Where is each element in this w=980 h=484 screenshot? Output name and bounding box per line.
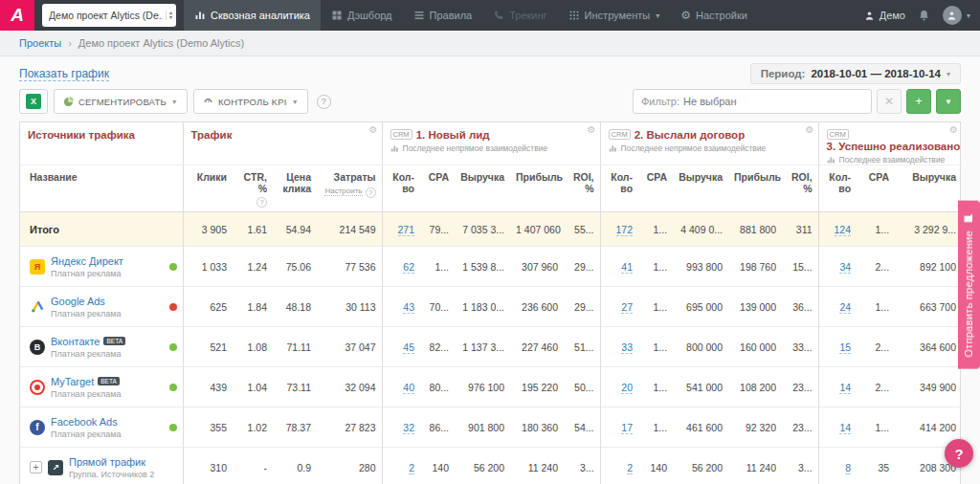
clear-filter-button[interactable]: ✕: [877, 89, 902, 114]
show-chart-link[interactable]: Показать график: [19, 67, 109, 81]
nav-tracking[interactable]: Трекинг: [482, 0, 557, 31]
metric-cell: 195 220: [510, 367, 564, 407]
metric-cell: 54...: [564, 407, 600, 448]
count-cell: 45: [382, 327, 420, 367]
col-crm1-roi[interactable]: ROI, %: [564, 165, 600, 212]
count-link[interactable]: 27: [621, 301, 633, 314]
segment-button[interactable]: СЕГМЕНТИРОВАТЬ ▼: [54, 89, 188, 114]
row-subtitle: Платная реклама: [51, 309, 122, 319]
col-crm2-cpa[interactable]: CPA: [638, 165, 673, 212]
breadcrumb: Проекты › Демо проект Alytics (Demo Alyt…: [0, 31, 980, 56]
count-link[interactable]: 2: [627, 462, 633, 474]
gear-icon[interactable]: ⚙: [588, 125, 596, 135]
col-crm1-cpa[interactable]: CPA: [420, 165, 455, 212]
metric-cell: 79...: [420, 212, 455, 247]
alytics-logo[interactable]: A: [0, 0, 34, 31]
count-cell: 124: [818, 212, 857, 247]
nav-settings[interactable]: ⚙ Настройки: [670, 0, 758, 31]
metric-cell: 1...: [638, 247, 673, 287]
col-crm2-roi[interactable]: ROI, %: [782, 165, 818, 212]
col-crm1-revenue[interactable]: Выручка: [455, 165, 510, 212]
google-ads-icon: [30, 299, 45, 315]
source-name-link[interactable]: Яндекс Директ: [51, 255, 123, 267]
filter-input[interactable]: Фильтр: Не выбран: [633, 89, 872, 114]
info-icon[interactable]: ?: [256, 197, 267, 208]
count-link[interactable]: 24: [839, 301, 851, 314]
col-crm3-cpa[interactable]: CPA: [857, 165, 895, 212]
metric-cell: 50...: [564, 367, 600, 407]
source-name-link[interactable]: Google Ads: [51, 296, 105, 307]
add-filter-button[interactable]: +: [906, 89, 931, 114]
info-icon[interactable]: ?: [366, 187, 376, 198]
nav-tools[interactable]: Инструменты ▾: [558, 0, 671, 31]
source-name-link[interactable]: Вконтакте: [51, 336, 100, 347]
row-subtitle: Группа. Источников 2: [69, 470, 154, 479]
col-crm1-profit[interactable]: Прибыль: [510, 165, 564, 212]
count-link[interactable]: 2: [409, 462, 414, 474]
gear-icon[interactable]: ⚙: [806, 125, 814, 135]
col-crm2-count[interactable]: Кол-во: [600, 165, 638, 212]
sources-group-header: Источники трафика: [20, 122, 183, 165]
count-link[interactable]: 33: [621, 341, 633, 354]
filter-menu-button[interactable]: ▼: [936, 89, 961, 114]
crm-badge: CRM: [609, 129, 631, 140]
gear-icon[interactable]: ⚙: [949, 125, 958, 135]
col-crm1-count[interactable]: Кол-во: [382, 165, 420, 212]
bell-icon[interactable]: [918, 10, 930, 22]
help-icon[interactable]: ?: [317, 95, 331, 109]
metric-cell: 15...: [782, 247, 818, 287]
nav-analytics[interactable]: Сквозная аналитика: [184, 0, 321, 31]
demo-mode-button[interactable]: Демо: [864, 10, 905, 21]
breadcrumb-projects-link[interactable]: Проекты: [19, 37, 61, 49]
count-cell: 62: [382, 247, 420, 287]
expand-row-button[interactable]: +: [30, 461, 42, 473]
count-link[interactable]: 45: [403, 341, 414, 354]
count-link[interactable]: 8: [845, 462, 851, 474]
count-link[interactable]: 15: [839, 341, 851, 354]
source-name-link[interactable]: Facebook Ads: [51, 416, 118, 428]
period-select[interactable]: Период: 2018-10-01 — 2018-10-14 ▾: [750, 63, 961, 84]
col-cpc[interactable]: Цена клика: [273, 165, 317, 212]
metric-cell: 70...: [420, 287, 455, 327]
user-menu[interactable]: ▾: [943, 6, 970, 25]
col-crm2-profit[interactable]: Прибыль: [728, 165, 782, 212]
grid-icon: [568, 10, 580, 21]
project-selector[interactable]: Демо проект Alytics (De... ▴▾: [42, 4, 176, 27]
segment-icon: [63, 97, 74, 107]
col-crm2-revenue[interactable]: Выручка: [673, 165, 728, 212]
nav-dashboard[interactable]: Дэшборд: [321, 0, 403, 31]
count-link[interactable]: 40: [403, 382, 414, 394]
col-crm3-count[interactable]: Кол-во: [818, 165, 857, 212]
nav-rules[interactable]: Правила: [403, 0, 483, 31]
count-link[interactable]: 62: [403, 261, 414, 274]
configure-link[interactable]: Настроить: [324, 187, 362, 196]
col-costs[interactable]: ЗатратыНастроить?: [317, 165, 382, 212]
kpi-control-button[interactable]: КОНТРОЛЬ KPI ▼: [193, 89, 308, 114]
traffic-cell: 625: [183, 287, 233, 327]
count-link[interactable]: 20: [621, 382, 633, 394]
name-column-header[interactable]: Название: [20, 165, 183, 212]
help-button[interactable]: ?: [945, 439, 973, 468]
col-crm3-revenue[interactable]: Выручка: [895, 165, 962, 212]
count-link[interactable]: 172: [616, 224, 634, 236]
count-link[interactable]: 32: [403, 422, 414, 434]
count-link[interactable]: 41: [621, 261, 633, 274]
metric-cell: 307 960: [510, 247, 564, 287]
source-name-link[interactable]: Прямой трафик: [69, 456, 145, 468]
count-cell: 17: [600, 407, 638, 448]
source-name-link[interactable]: MyTarget: [51, 376, 94, 387]
col-clicks[interactable]: Клики: [183, 165, 233, 212]
metric-cell: 227 460: [510, 327, 564, 367]
col-ctr[interactable]: CTR, %?: [233, 165, 273, 212]
count-link[interactable]: 271: [398, 224, 415, 236]
count-link[interactable]: 124: [835, 224, 852, 236]
gear-icon[interactable]: ⚙: [369, 125, 378, 135]
count-link[interactable]: 14: [839, 422, 851, 434]
count-link[interactable]: 14: [839, 382, 851, 394]
export-excel-button[interactable]: X: [19, 89, 48, 114]
toolbar: X СЕГМЕНТИРОВАТЬ ▼ КОНТРОЛЬ KPI ▼ ? Филь…: [0, 89, 980, 121]
count-link[interactable]: 43: [403, 301, 414, 314]
count-link[interactable]: 17: [621, 422, 633, 434]
count-link[interactable]: 34: [839, 261, 851, 274]
send-suggestion-button[interactable]: Отправить предложение: [958, 201, 980, 369]
